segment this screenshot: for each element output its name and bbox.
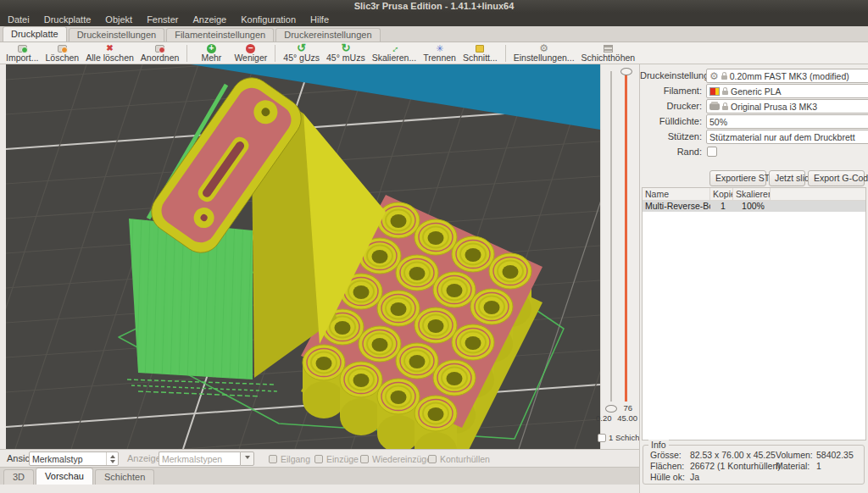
support-label: Stützen:: [640, 130, 702, 144]
brim-checkbox[interactable]: [707, 147, 717, 157]
layer-heights-button[interactable]: Schichthöhen: [578, 42, 639, 64]
lock-icon: [722, 91, 728, 95]
size-label: Grösse:: [650, 450, 687, 460]
fewer-button[interactable]: Weniger: [231, 42, 270, 64]
delete-button[interactable]: Löschen: [42, 42, 83, 64]
rotate-ccw-button[interactable]: 45° gUzs: [280, 42, 323, 64]
scale-icon: [389, 43, 399, 53]
window-title: Slic3r Prusa Edition - 1.41.1+linux64: [354, 1, 515, 11]
toggle-unretractions[interactable]: Wiedereinzüge: [360, 454, 431, 464]
object-copies: 1: [710, 201, 733, 212]
lock-icon: [722, 106, 728, 110]
slic3r-window: Slic3r Prusa Edition - 1.41.1+linux64 Da…: [0, 0, 868, 493]
menu-objekt[interactable]: Objekt: [105, 14, 132, 25]
lock-icon: [721, 75, 727, 80]
layer-number-label: 76: [623, 403, 632, 413]
settings-button[interactable]: Einstellungen...: [510, 42, 578, 64]
single-layer-label: 1 Schicht: [609, 433, 642, 442]
filament-label: Filament:: [640, 84, 702, 98]
export-stl-button[interactable]: Exportiere STL...: [709, 170, 766, 186]
menu-datei[interactable]: Datei: [8, 14, 30, 25]
layer-slider-panel: 76 0.20 45.00 1 Schicht: [600, 64, 639, 449]
tab-druckeinstellungen[interactable]: Druckeinstellungen: [69, 28, 165, 42]
settings-panel: Druckeinstellungen: 0.20mm FAST MK3 (mod…: [639, 64, 868, 493]
menu-fenster[interactable]: Fenster: [147, 14, 178, 25]
view-mode-select[interactable]: Merkmalstyp: [29, 451, 119, 466]
object-list[interactable]: Name Kopie Skalieren Multi-Reverse-Bow..…: [642, 187, 866, 440]
view-tab-schichten[interactable]: Schichten: [95, 469, 154, 485]
layer-slider-upper-handle[interactable]: [620, 68, 632, 75]
filament-color-swatch: [709, 87, 720, 96]
support-select[interactable]: Stützmaterial nur auf dem Druckbrett: [706, 130, 868, 144]
printer-value: Original Prusa i3 MK3: [731, 102, 817, 112]
toggle-travel[interactable]: Eilgang: [269, 454, 310, 464]
toggle-shells[interactable]: Konturhüllen: [428, 454, 490, 464]
menu-druckplatte[interactable]: Druckplatte: [44, 14, 92, 25]
tab-druckereinstellungen[interactable]: Druckereinstellungen: [275, 28, 380, 42]
volume-label: Volumen:: [776, 450, 813, 460]
print-settings-select[interactable]: 0.20mm FAST MK3 (modified): [706, 69, 868, 83]
object-scale: 100%: [733, 201, 771, 212]
import-button[interactable]: Import...: [3, 42, 42, 64]
column-scale[interactable]: Skalieren: [733, 188, 771, 200]
retractions-checkbox[interactable]: [314, 455, 323, 463]
toolbar-separator: [505, 45, 506, 62]
size-value: 82.53 x 76.00 x 45.25: [690, 450, 776, 460]
travel-checkbox[interactable]: [269, 455, 277, 463]
feature-types-input[interactable]: [159, 451, 240, 466]
table-row[interactable]: Multi-Reverse-Bow... 1 100%: [643, 201, 865, 212]
menu-anzeige[interactable]: Anzeige: [192, 14, 226, 25]
print-settings-label: Druckeinstellungen:: [640, 69, 702, 83]
dropdown-arrow-icon[interactable]: [240, 451, 254, 466]
support-value: Stützmaterial nur auf dem Druckbrett: [709, 132, 855, 142]
print-bed-scene: [6, 64, 600, 449]
import-icon: [18, 45, 27, 53]
single-layer-toggle[interactable]: 1 Schicht: [598, 433, 642, 442]
materials-value: 1: [816, 461, 821, 471]
delete-all-button[interactable]: Alle löschen: [82, 42, 137, 64]
viewport-3d[interactable]: [6, 64, 600, 449]
layer-slider-lower-track[interactable]: [610, 71, 612, 402]
fewer-icon: [246, 44, 255, 53]
arrange-button[interactable]: Anordnen: [137, 42, 183, 64]
print-settings-value: 0.20mm FAST MK3 (modified): [730, 71, 849, 81]
tab-filamenteinstellungen[interactable]: Filamenteinstellungen: [166, 28, 274, 42]
arrange-icon: [155, 45, 164, 53]
more-button[interactable]: Mehr: [192, 42, 231, 64]
slice-now-button[interactable]: Jetzt slicen: [769, 170, 805, 186]
column-name[interactable]: Name: [643, 188, 710, 200]
menu-hilfe[interactable]: Hilfe: [310, 14, 329, 25]
export-gcode-button[interactable]: Export G-Code...: [808, 170, 865, 186]
toolbar-separator: [275, 45, 275, 62]
titlebar[interactable]: Slic3r Prusa Edition - 1.41.1+linux64: [0, 0, 868, 13]
split-button[interactable]: Trennen: [420, 42, 459, 64]
single-layer-checkbox[interactable]: [598, 434, 606, 442]
shells-checkbox[interactable]: [428, 455, 437, 463]
delete-icon: [58, 45, 67, 53]
tab-druckplatte[interactable]: Druckplatte: [3, 26, 67, 42]
infill-select[interactable]: 50%: [706, 114, 868, 129]
rotate-cw-button[interactable]: 45° mUzs: [323, 42, 369, 64]
printer-icon: [709, 103, 720, 110]
printer-select[interactable]: Original Prusa i3 MK3: [706, 99, 868, 114]
column-copies[interactable]: Kopie: [710, 188, 733, 200]
filament-select[interactable]: Generic PLA: [706, 84, 868, 98]
view-tab-3d[interactable]: 3D: [3, 469, 34, 485]
layer-slider-range-track[interactable]: [625, 71, 627, 402]
cut-button[interactable]: Schnitt...: [459, 42, 501, 64]
infill-value: 50%: [709, 117, 727, 127]
view-mode-value: Merkmalstyp: [32, 454, 83, 464]
unretractions-checkbox[interactable]: [360, 455, 369, 463]
menubar: Datei Druckplatte Objekt Fenster Anzeige…: [0, 13, 868, 26]
infill-label: Fülldichte:: [640, 114, 702, 129]
layer-slider-lower-handle[interactable]: [605, 405, 617, 413]
object-list-header[interactable]: Name Kopie Skalieren: [643, 188, 865, 201]
manifold-value: Ja: [690, 472, 699, 482]
slider-lower-value: 0.20: [596, 413, 612, 423]
scale-button[interactable]: Skalieren...: [369, 42, 420, 64]
spinner-arrows-icon[interactable]: [106, 452, 118, 465]
toggle-retractions[interactable]: Einzüge: [314, 454, 359, 464]
view-tab-vorschau[interactable]: Vorschau: [36, 468, 93, 485]
object-name: Multi-Reverse-Bow...: [643, 201, 710, 212]
menu-konfiguration[interactable]: Konfiguration: [241, 14, 296, 25]
